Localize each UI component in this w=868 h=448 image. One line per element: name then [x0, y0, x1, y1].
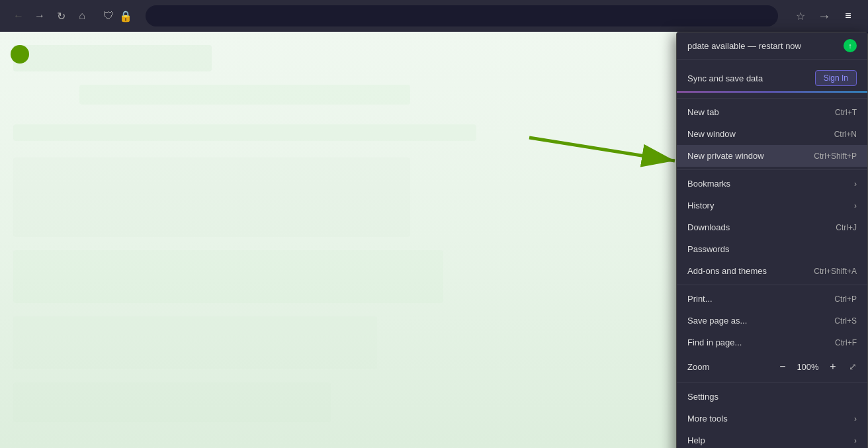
bookmark-star-icon[interactable]: ☆: [791, 7, 810, 25]
shield-icon: 🛡: [103, 10, 114, 22]
reload-button[interactable]: ↻: [53, 8, 69, 24]
forward-button[interactable]: →: [32, 8, 48, 24]
update-banner[interactable]: pdate available — restart now ↑: [677, 32, 867, 60]
bookmarks-arrow: ›: [854, 179, 857, 189]
menu-button[interactable]: ≡: [839, 7, 857, 25]
help-item[interactable]: Help ›: [677, 429, 867, 448]
find-in-page-label: Find in page...: [687, 337, 824, 347]
sync-row[interactable]: Sync and save data Sign In: [677, 65, 867, 91]
bookmarks-label: Bookmarks: [687, 179, 849, 189]
print-item[interactable]: Print... Ctrl+P: [677, 288, 867, 310]
settings-item[interactable]: Settings: [677, 386, 867, 408]
zoom-controls: − 100% + ⤢: [775, 359, 857, 375]
passwords-item[interactable]: Passwords: [677, 238, 867, 260]
zoom-out-button[interactable]: −: [775, 359, 791, 375]
bookmarks-item[interactable]: Bookmarks ›: [677, 173, 867, 195]
page-actions-section: Print... Ctrl+P Save page as... Ctrl+S F…: [677, 285, 867, 383]
find-in-page-shortcut: Ctrl+F: [835, 338, 857, 347]
addons-item[interactable]: Add-ons and themes Ctrl+Shift+A: [677, 260, 867, 282]
home-button[interactable]: ⌂: [74, 8, 90, 24]
browser-menu: pdate available — restart now ↑ Sync and…: [676, 32, 868, 448]
print-shortcut: Ctrl+P: [834, 294, 857, 304]
profile-icon[interactable]: →: [815, 7, 834, 25]
history-item[interactable]: History ›: [677, 195, 867, 216]
browser-toolbar: ← → ↻ ⌂ 🛡 🔒 ☆ → ≡: [0, 0, 868, 32]
zoom-label: Zoom: [687, 362, 775, 372]
new-tab-item[interactable]: New tab Ctrl+T: [677, 101, 867, 123]
history-label: History: [687, 201, 849, 210]
save-page-shortcut: Ctrl+S: [834, 316, 857, 326]
passwords-label: Passwords: [687, 244, 857, 254]
nav-buttons: ← → ↻ ⌂: [11, 8, 90, 24]
more-tools-item[interactable]: More tools ›: [677, 408, 867, 429]
addons-label: Add-ons and themes: [687, 266, 803, 276]
address-bar[interactable]: [146, 5, 778, 26]
update-text: pdate available — restart now: [687, 41, 801, 51]
settings-section: Settings More tools › Help ›: [677, 383, 867, 448]
new-tab-label: New tab: [687, 107, 824, 117]
help-arrow: ›: [854, 436, 857, 445]
new-window-section: New tab Ctrl+T New window Ctrl+N New pri…: [677, 99, 867, 170]
find-in-page-item[interactable]: Find in page... Ctrl+F: [677, 332, 867, 353]
print-label: Print...: [687, 294, 824, 304]
page-content: [0, 32, 683, 448]
zoom-in-button[interactable]: +: [825, 359, 841, 375]
blurred-bg: [0, 32, 683, 448]
toolbar-right: ☆ → ≡: [791, 7, 857, 25]
new-tab-shortcut: Ctrl+T: [835, 108, 857, 117]
sync-label: Sync and save data: [687, 73, 763, 83]
addons-shortcut: Ctrl+Shift+A: [814, 267, 857, 276]
new-private-window-item[interactable]: New private window Ctrl+Shift+P: [677, 145, 867, 167]
new-window-shortcut: Ctrl+N: [834, 130, 857, 139]
lock-icon: 🔒: [119, 10, 132, 22]
new-window-item[interactable]: New window Ctrl+N: [677, 123, 867, 145]
downloads-label: Downloads: [687, 222, 825, 232]
settings-label: Settings: [687, 392, 857, 402]
help-label: Help: [687, 435, 849, 445]
save-page-item[interactable]: Save page as... Ctrl+S: [677, 310, 867, 332]
back-button[interactable]: ←: [11, 8, 26, 24]
more-tools-label: More tools: [687, 414, 849, 424]
new-private-window-label: New private window: [687, 151, 803, 161]
shield-icons: 🛡 🔒: [103, 10, 132, 22]
library-section: Bookmarks › History › Downloads Ctrl+J P…: [677, 170, 867, 285]
update-icon: ↑: [844, 39, 857, 52]
history-arrow: ›: [854, 201, 857, 210]
sign-in-button[interactable]: Sign In: [815, 70, 857, 86]
save-page-label: Save page as...: [687, 316, 824, 326]
zoom-row: Zoom − 100% + ⤢: [677, 353, 867, 380]
downloads-shortcut: Ctrl+J: [836, 223, 857, 232]
new-window-label: New window: [687, 129, 824, 139]
zoom-value: 100%: [796, 362, 820, 372]
zoom-expand-button[interactable]: ⤢: [849, 361, 857, 372]
downloads-item[interactable]: Downloads Ctrl+J: [677, 216, 867, 238]
sync-section: Sync and save data Sign In: [677, 60, 867, 99]
more-tools-arrow: ›: [854, 414, 857, 424]
new-private-window-shortcut: Ctrl+Shift+P: [814, 152, 857, 161]
